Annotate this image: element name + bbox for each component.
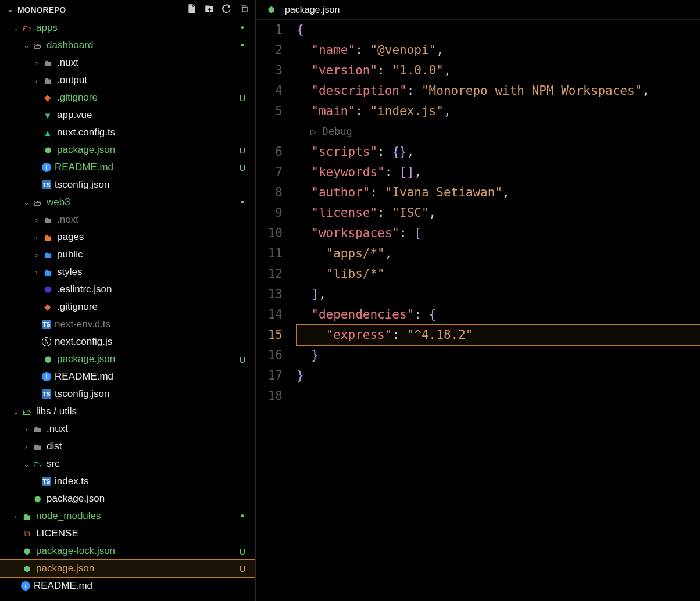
code-line[interactable]: "description": "Monorepo with NPM Worksp… xyxy=(297,81,700,101)
chevron-down-icon[interactable]: ⌄ xyxy=(5,5,15,14)
chevron-right-icon[interactable]: › xyxy=(31,251,42,259)
apps-folder-icon: 🗁 xyxy=(21,22,33,34)
line-gutter: 12345 6789101112131415161718 xyxy=(256,20,297,601)
tree-row-public[interactable]: ›🖿public xyxy=(0,246,255,263)
tree-item-label: README.md xyxy=(55,162,238,173)
tree-row-dashboard[interactable]: ⌄🗁dashboard• xyxy=(0,37,255,54)
code-line[interactable]: } xyxy=(297,345,700,366)
tree-row-src[interactable]: ⌄🗁src xyxy=(0,455,255,473)
tree-row--nuxt[interactable]: ›🖿.nuxt xyxy=(0,54,255,71)
chevron-down-icon[interactable]: ⌄ xyxy=(10,24,21,33)
tree-row-package-lock-json[interactable]: ⬢package-lock.jsonU xyxy=(0,542,255,560)
tree-row-nuxt-config-ts[interactable]: ▲nuxt.config.ts xyxy=(0,124,255,141)
tree-row--output[interactable]: ›🖿.output xyxy=(0,71,255,89)
code-line[interactable]: "express": "^4.18.2" xyxy=(297,325,700,345)
refresh-icon[interactable] xyxy=(222,3,232,16)
tree-row-styles[interactable]: ›🖿styles xyxy=(0,263,255,281)
code-line[interactable]: "license": "ISC", xyxy=(297,203,700,223)
tree-row-license[interactable]: ⧉LICENSE xyxy=(0,525,255,542)
code-line[interactable]: { xyxy=(297,20,700,40)
folder-icon: 🖿 xyxy=(31,423,43,435)
tree-row-package-json[interactable]: ⬢package.json xyxy=(0,490,255,507)
tree-row-libs---utils[interactable]: ⌄🗁libs / utils xyxy=(0,403,255,420)
code-line[interactable]: "apps/*", xyxy=(297,244,700,264)
code-line[interactable]: "main": "index.js", xyxy=(297,101,700,121)
tree-row--next[interactable]: ›🖿.next xyxy=(0,211,255,228)
chevron-right-icon[interactable]: › xyxy=(31,59,42,67)
info-icon: i xyxy=(42,163,51,172)
tree-row--gitignore[interactable]: ◆.gitignoreU xyxy=(0,89,255,106)
new-file-icon[interactable] xyxy=(187,3,197,16)
git-icon: ◆ xyxy=(42,301,53,313)
chevron-down-icon[interactable]: ⌄ xyxy=(21,460,31,468)
chevron-right-icon[interactable]: › xyxy=(21,425,31,434)
tree-row-readme-md[interactable]: iREADME.mdU xyxy=(0,159,255,176)
json-icon: ⬢ xyxy=(21,545,33,557)
git-status-dot: • xyxy=(238,197,247,208)
code-line[interactable]: ], xyxy=(297,284,700,305)
tree-row-next-config-js[interactable]: Nnext.config.js xyxy=(0,333,255,350)
chevron-down-icon[interactable]: ⌄ xyxy=(10,407,21,416)
typescript-icon: TS xyxy=(42,320,51,329)
tree-item-label: package.json xyxy=(36,563,238,574)
line-number: 1 xyxy=(256,20,283,40)
chevron-right-icon[interactable]: › xyxy=(10,512,21,521)
code-line[interactable]: "version": "1.0.0", xyxy=(297,60,700,81)
tree-row--nuxt[interactable]: ›🖿.nuxt xyxy=(0,420,255,438)
new-folder-icon[interactable] xyxy=(204,3,215,16)
code-line[interactable]: } xyxy=(297,366,700,386)
tree-row-tsconfig-json[interactable]: TStsconfig.json xyxy=(0,176,255,194)
chevron-down-icon[interactable]: ⌄ xyxy=(21,41,31,50)
tree-item-label: dist xyxy=(47,441,238,452)
code-line[interactable]: "author": "Ivana Setiawan", xyxy=(297,183,700,203)
tree-row-apps[interactable]: ⌄🗁apps• xyxy=(0,19,255,37)
tree-row-package-json[interactable]: ⬢package.jsonU xyxy=(0,141,255,159)
eslint-icon: ⬣ xyxy=(42,284,53,295)
git-status-badge: U xyxy=(238,93,247,103)
json-icon: ⬢ xyxy=(265,4,277,16)
line-number: 4 xyxy=(256,81,283,101)
tree-row-pages[interactable]: ›🖿pages xyxy=(0,228,255,246)
code-line[interactable]: "workspaces": [ xyxy=(297,223,700,244)
nuxt-icon: ▲ xyxy=(42,127,53,138)
code-line[interactable]: "libs/*" xyxy=(297,264,700,284)
code-line[interactable] xyxy=(297,386,700,406)
tree-row-tsconfig-json[interactable]: TStsconfig.json xyxy=(0,385,255,403)
tree-row-package-json[interactable]: ⬢package.jsonU xyxy=(0,560,255,577)
code-line[interactable]: "scripts": {}, xyxy=(297,142,700,162)
tree-row-next-env-d-ts[interactable]: TSnext-env.d.ts xyxy=(0,316,255,333)
tree-row--eslintrc-json[interactable]: ⬣.eslintrc.json xyxy=(0,281,255,298)
code-line[interactable]: "dependencies": { xyxy=(297,305,700,325)
debug-codelens[interactable]: ▷ Debug xyxy=(297,121,700,142)
chevron-right-icon[interactable]: › xyxy=(31,216,42,224)
tab-label: package.json xyxy=(285,5,340,15)
git-status-badge: U xyxy=(238,546,247,556)
tab-package-json[interactable]: ⬢ package.json xyxy=(256,0,349,19)
tree-row-app-vue[interactable]: ▼app.vue xyxy=(0,106,255,124)
collapse-all-icon[interactable] xyxy=(239,3,249,16)
code-line[interactable]: "name": "@venopi", xyxy=(297,40,700,60)
chevron-right-icon[interactable]: › xyxy=(31,76,42,85)
chevron-right-icon[interactable]: › xyxy=(21,442,31,451)
tree-row-readme-md[interactable]: iREADME.md xyxy=(0,577,255,595)
line-number: 7 xyxy=(256,162,283,183)
chevron-down-icon[interactable]: ⌄ xyxy=(21,198,31,207)
code-line[interactable]: "keywords": [], xyxy=(297,162,700,183)
json-icon: ⬢ xyxy=(21,563,33,574)
git-status-dot: • xyxy=(238,40,247,51)
tree-row-readme-md[interactable]: iREADME.md xyxy=(0,368,255,385)
tree-row-index-ts[interactable]: TSindex.ts xyxy=(0,473,255,490)
json-icon: ⬢ xyxy=(42,144,53,156)
tree-item-label: README.md xyxy=(55,371,238,382)
tree-row-dist[interactable]: ›🖿dist xyxy=(0,438,255,455)
code-editor[interactable]: 12345 6789101112131415161718 { "name": "… xyxy=(256,20,700,601)
tree-row-package-json[interactable]: ⬢package.jsonU xyxy=(0,350,255,368)
tree-item-label: .gitignore xyxy=(57,92,238,103)
chevron-right-icon[interactable]: › xyxy=(31,268,42,277)
tree-row-node-modules[interactable]: ›🖿node_modules• xyxy=(0,507,255,525)
tree-row-web3[interactable]: ⌄🗁web3• xyxy=(0,194,255,211)
line-number: 14 xyxy=(256,305,283,325)
chevron-right-icon[interactable]: › xyxy=(31,233,42,242)
tree-row--gitignore[interactable]: ◆.gitignore xyxy=(0,298,255,316)
explorer-header: ⌄ MONOREPO xyxy=(0,0,255,19)
